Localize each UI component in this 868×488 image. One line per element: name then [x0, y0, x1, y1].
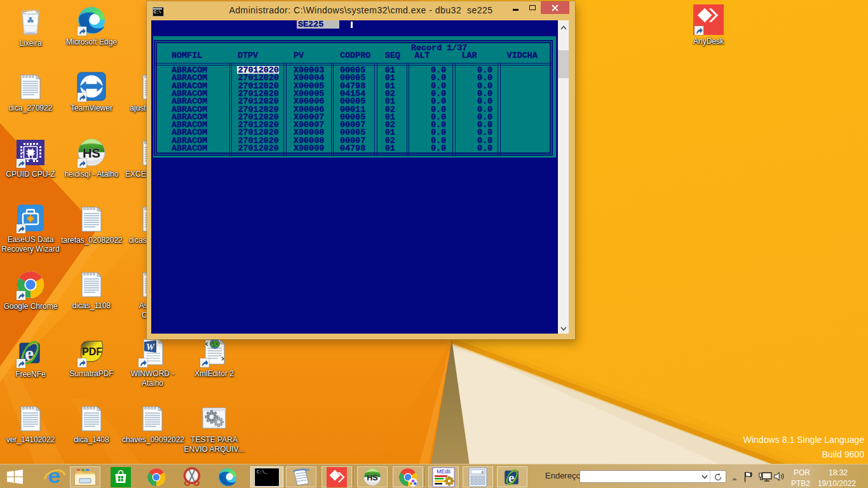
svg-text:PDF: PDF	[82, 346, 102, 357]
svg-text:HS: HS	[367, 473, 377, 482]
svg-text:C:\_: C:\_	[257, 470, 268, 475]
svg-text:W: W	[146, 342, 156, 352]
svg-text:MEdit: MEdit	[437, 468, 451, 474]
svg-text:0: 0	[481, 470, 484, 475]
svg-text:HS: HS	[83, 146, 100, 160]
